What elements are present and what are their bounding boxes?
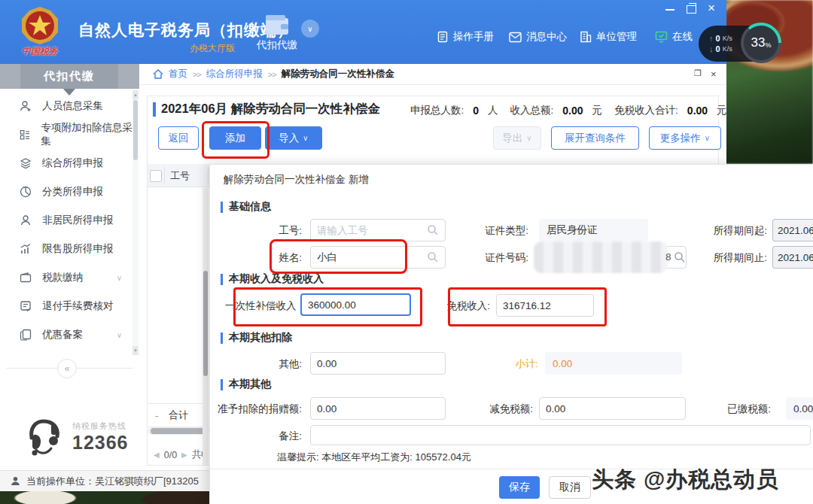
gonghao-input[interactable] — [310, 219, 446, 241]
breadcrumb-separator: >> — [193, 70, 201, 79]
pagination: ◀ 0/0 ▶ 共0 — [154, 448, 206, 461]
column-header-gonghao: 工号 — [170, 169, 190, 183]
stat-unit: 元 — [592, 104, 603, 117]
period-start-value[interactable]: 2021.06. — [772, 219, 813, 241]
tax-bureau-logo: 中国税务 — [12, 5, 68, 60]
sidebar-item-classified-income[interactable]: 分类所得申报 — [0, 178, 132, 206]
donation-input[interactable] — [310, 397, 446, 420]
search-icon[interactable] — [427, 251, 439, 263]
breadcrumb: 首页 >> 综合所得申报 >> 解除劳动合同一次性补偿金 — [139, 64, 726, 85]
period-end-value[interactable]: 2021.06. — [772, 246, 813, 269]
prev-page-icon[interactable]: ◀ — [154, 451, 160, 459]
bar-chart-icon — [20, 243, 32, 255]
minimize-button[interactable] — [665, 9, 674, 11]
chevron-down-icon: ∨ — [526, 134, 531, 142]
sidebar-item-refund-fee-check[interactable]: 退付手续费核对 — [0, 292, 132, 320]
donation-label: 准予扣除的捐赠额: — [213, 402, 302, 416]
sidebar-item-label: 退付手续费核对 — [42, 299, 114, 313]
national-emblem-icon — [20, 6, 59, 45]
scrollbar-thumb[interactable] — [203, 271, 208, 376]
close-button[interactable]: × — [708, 3, 715, 14]
back-button[interactable]: 返回 — [158, 126, 199, 150]
add-button[interactable]: 添加 — [209, 126, 261, 150]
import-button[interactable]: 导入∨ — [265, 126, 322, 150]
menu-manual[interactable]: 操作手册 — [437, 30, 494, 44]
sidebar-item-tax-payment[interactable]: 税款缴纳 ∨ — [0, 263, 132, 292]
cert-no-label: 证件号码: — [468, 251, 528, 265]
sidebar-item-personnel[interactable]: 人员信息采集 — [0, 92, 132, 120]
menu-unit-management[interactable]: 单位管理 — [580, 30, 637, 44]
watermark-text: 头条 @办税总动员 — [592, 465, 778, 495]
sidebar-tab-daikou[interactable]: 代扣代缴 — [20, 64, 118, 89]
name-label: 姓名: — [242, 251, 302, 265]
chevron-down-icon[interactable]: ∨ — [301, 20, 319, 38]
restore-button[interactable] — [687, 5, 696, 14]
scroll-down-arrow[interactable]: ▼ — [132, 346, 139, 355]
taxfree-input[interactable] — [496, 294, 594, 317]
save-button[interactable]: 保存 — [499, 476, 540, 499]
comp-income-input[interactable] — [300, 293, 411, 316]
sidebar-nav: 人员信息采集 专项附加扣除信息采集 综合所得申报 — [0, 92, 132, 349]
more-operations-button[interactable]: 更多操作∨ — [649, 126, 721, 150]
menu-online-status[interactable]: 在线 — [655, 30, 693, 44]
page-indicator: 0/0 — [164, 450, 177, 460]
scroll-up-arrow[interactable]: ▲ — [132, 90, 139, 99]
vertical-scrollbar[interactable] — [202, 188, 209, 465]
subtotal-value: 0.00 — [545, 352, 682, 375]
minimize-icon — [665, 9, 674, 11]
expand-query-button[interactable]: 展开查询条件 — [551, 126, 639, 150]
sidebar-collapse-button[interactable]: « — [57, 359, 77, 378]
period-start-label: 所得期间起: — [698, 224, 767, 238]
scrollbar-thumb[interactable] — [151, 428, 206, 434]
remark-input[interactable] — [310, 425, 811, 445]
scrollbar-thumb[interactable] — [133, 100, 138, 160]
add-record-modal: 解除劳动合同一次性补偿金 新增 基础信息 工号: 姓名: 证件类型: 居民身份证… — [209, 164, 813, 504]
pie-chart-icon — [20, 186, 32, 198]
person-icon — [20, 214, 32, 226]
breadcrumb-home[interactable]: 首页 — [169, 68, 187, 80]
other-input[interactable] — [310, 352, 446, 375]
sidebar-item-nonresident-income[interactable]: 非居民所得申报 — [0, 206, 132, 235]
sidebar-item-label: 限售股所得申报 — [42, 242, 114, 256]
menu-messages[interactable]: 消息中心 — [509, 30, 567, 44]
hotline-number: 12366 — [72, 432, 129, 454]
total-label: 合计 — [169, 408, 188, 422]
panel-restore-button[interactable]: ❐ — [694, 68, 702, 80]
sidebar-item-special-deduction[interactable]: 专项附加扣除信息采集 — [0, 120, 132, 149]
section-current-income: 本期收入及免税收入 — [221, 272, 324, 286]
search-icon[interactable] — [674, 251, 686, 263]
remark-label: 备注: — [242, 430, 302, 443]
sidebar-item-label: 专项附加扣除信息采集 — [41, 121, 132, 148]
name-input[interactable] — [310, 246, 446, 269]
panel-controls: ❐ × — [694, 68, 716, 80]
horizontal-scrollbar[interactable] — [148, 427, 209, 435]
next-page-icon[interactable]: ▶ — [181, 451, 187, 459]
stat-value: 0.00 — [562, 105, 583, 117]
upload-arrow-icon: ↑ — [709, 34, 714, 43]
stat-label: 申报总人数: — [410, 104, 464, 117]
panel-close-button[interactable]: × — [711, 68, 717, 80]
cancel-button[interactable]: 取消 — [549, 476, 591, 499]
search-icon[interactable] — [427, 224, 439, 236]
stat-label: 免税收入合计: — [614, 104, 678, 117]
chevron-down-icon: ∨ — [705, 134, 710, 142]
screenshot-root: 中国税务 自然人电子税务局（扣缴端） 办税大厅版 代扣代缴 ∨ — [0, 0, 813, 504]
module-daikou[interactable]: 代扣代缴 — [254, 14, 300, 52]
sidebar-item-restricted-stock[interactable]: 限售股所得申报 — [0, 235, 132, 263]
select-all-checkbox[interactable] — [150, 170, 162, 182]
building-icon — [580, 31, 592, 43]
breadcrumb-separator: >> — [268, 70, 276, 79]
sidebar-scrollbar[interactable]: ▲ ▼ — [132, 90, 139, 355]
breadcrumb-crumb1[interactable]: 综合所得申报 — [206, 68, 263, 80]
taxfree-label: 免税收入: — [442, 299, 490, 313]
export-button[interactable]: 导出∨ — [493, 126, 541, 150]
sidebar-item-comprehensive-income[interactable]: 综合所得申报 — [0, 149, 132, 178]
section-basic-info: 基础信息 — [221, 200, 271, 214]
sidebar-item-preferential-filing[interactable]: 优惠备案 ∨ — [0, 320, 132, 349]
menu-online-label: 在线 — [672, 30, 693, 44]
stat-unit: 元 — [717, 104, 727, 117]
chevron-down-icon: ∨ — [303, 134, 308, 142]
tax-reduction-input[interactable] — [539, 397, 686, 420]
stat-value: 0 — [473, 105, 479, 117]
percent-badge[interactable]: 33% — [741, 23, 781, 63]
